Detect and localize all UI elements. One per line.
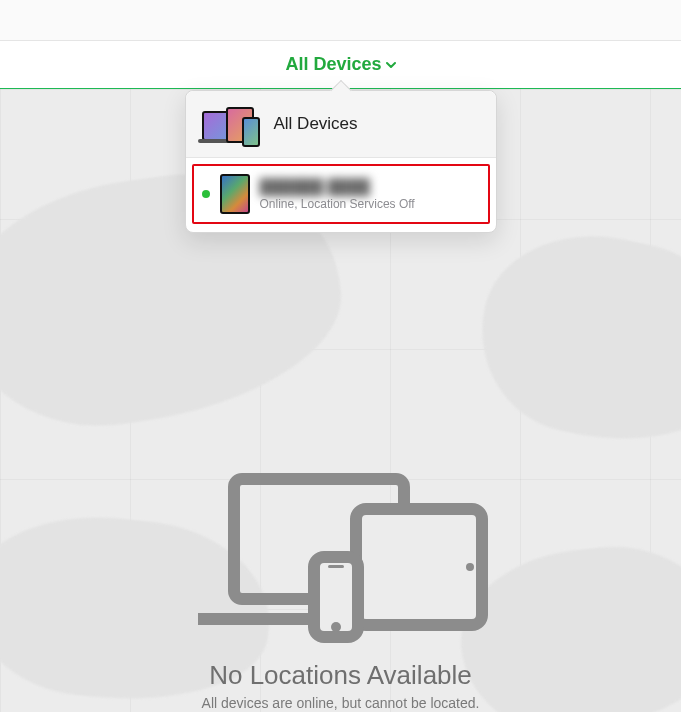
svg-point-3 bbox=[466, 563, 474, 571]
svg-point-5 bbox=[331, 622, 341, 632]
device-thumbnail-icon bbox=[220, 174, 250, 214]
empty-state-title: No Locations Available bbox=[209, 660, 472, 691]
empty-state-subtitle: All devices are online, but cannot be lo… bbox=[202, 695, 480, 711]
svg-rect-2 bbox=[356, 509, 482, 625]
device-name: ██████ ████ bbox=[260, 178, 415, 195]
device-row[interactable]: ██████ ████ Online, Location Services Of… bbox=[192, 164, 490, 224]
device-group-icon bbox=[202, 103, 260, 145]
device-text: ██████ ████ Online, Location Services Of… bbox=[260, 178, 415, 211]
devices-illustration-icon bbox=[186, 469, 496, 644]
all-devices-dropdown-trigger[interactable]: All Devices bbox=[285, 54, 395, 75]
device-status: Online, Location Services Off bbox=[260, 197, 415, 211]
chevron-down-icon bbox=[386, 60, 396, 70]
svg-rect-6 bbox=[328, 565, 344, 568]
online-status-dot-icon bbox=[202, 190, 210, 198]
empty-state: No Locations Available All devices are o… bbox=[0, 469, 681, 711]
device-list: ██████ ████ Online, Location Services Of… bbox=[186, 158, 496, 232]
window-top-spacer bbox=[0, 0, 681, 41]
all-devices-trigger-label: All Devices bbox=[285, 54, 381, 75]
devices-dropdown-panel: All Devices ██████ ████ Online, Location… bbox=[185, 90, 497, 233]
all-devices-option-label: All Devices bbox=[274, 114, 358, 134]
